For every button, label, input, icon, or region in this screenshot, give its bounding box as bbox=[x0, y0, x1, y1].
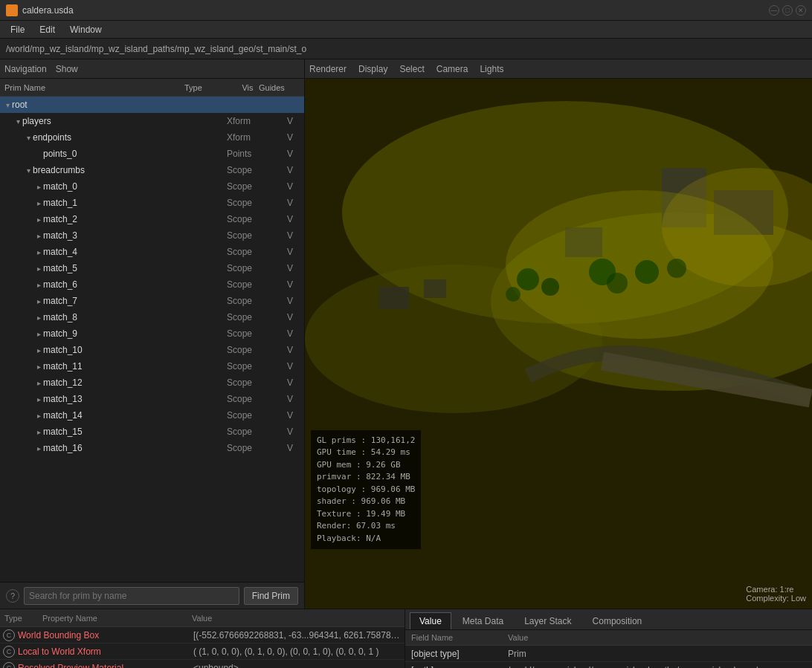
tree-arrow[interactable]: ▸ bbox=[34, 428, 43, 436]
tree-row[interactable]: ▸match_6ScopeV bbox=[0, 276, 304, 293]
tree-row[interactable]: ▸match_12ScopeV bbox=[0, 374, 304, 391]
tree-node-vis: V bbox=[279, 149, 301, 159]
menu-file[interactable]: File bbox=[3, 23, 32, 36]
tree-node-type: Scope bbox=[227, 377, 279, 388]
tree-node-name: match_16 bbox=[43, 443, 227, 453]
nav-show[interactable]: Show bbox=[56, 64, 78, 74]
meta-tab-value[interactable]: Value bbox=[410, 612, 451, 629]
tree-row[interactable]: ▸match_7ScopeV bbox=[0, 293, 304, 309]
maximize-button[interactable]: □ bbox=[782, 5, 793, 16]
tree-row[interactable]: ▸match_16ScopeV bbox=[0, 440, 304, 456]
tree-row[interactable]: ▸match_3ScopeV bbox=[0, 227, 304, 244]
tree-arrow[interactable]: ▸ bbox=[34, 297, 43, 305]
tree-row[interactable]: ▸match_15ScopeV bbox=[0, 424, 304, 440]
tree-row[interactable]: points_0PointsV bbox=[0, 146, 304, 162]
tree-row[interactable]: ▸match_1ScopeV bbox=[0, 195, 304, 211]
tree-node-name: players bbox=[22, 116, 227, 126]
tree-arrow[interactable]: ▸ bbox=[34, 363, 43, 371]
tree-row[interactable]: ▾playersXformV bbox=[0, 113, 304, 129]
tree-node-type: Points bbox=[227, 149, 279, 159]
tree-arrow[interactable]: ▸ bbox=[34, 183, 43, 191]
tree-node-type: Scope bbox=[227, 165, 279, 175]
window-controls: — □ ✕ bbox=[769, 5, 806, 16]
prop-icon: C bbox=[3, 646, 15, 658]
tree-arrow[interactable]: ▸ bbox=[34, 248, 43, 256]
viewport-scene: GL prims : 130,161,2 GPU time : 54.29 ms… bbox=[305, 79, 812, 609]
tree-node-vis: V bbox=[279, 132, 301, 143]
viewport-camera: Camera: 1:re Complexity: Low bbox=[746, 585, 806, 603]
tree-node-vis: V bbox=[279, 279, 301, 290]
nav-navigation[interactable]: Navigation bbox=[4, 64, 47, 74]
tree-arrow[interactable]: ▾ bbox=[24, 166, 33, 175]
tree-row[interactable]: ▸match_13ScopeV bbox=[0, 391, 304, 407]
tree-node-type: Scope bbox=[227, 427, 279, 437]
meta-tab-meta-data[interactable]: Meta Data bbox=[453, 612, 513, 629]
stat-gpu-time: GPU time : 54.29 ms bbox=[317, 447, 415, 459]
close-button[interactable]: ✕ bbox=[796, 5, 806, 16]
tree-arrow[interactable]: ▸ bbox=[34, 232, 43, 240]
meta-tab-layer-stack[interactable]: Layer Stack bbox=[515, 612, 581, 629]
tree-node-type: Scope bbox=[227, 312, 279, 322]
meta-tabs: ValueMeta DataLayer StackComposition bbox=[405, 609, 812, 630]
col-vis: Vis bbox=[236, 83, 259, 92]
tree-arrow[interactable]: ▸ bbox=[34, 330, 43, 338]
properties-panel: Type Property Name Value CWorld Bounding… bbox=[0, 609, 405, 668]
metadata-panel: ValueMeta DataLayer StackComposition Fie… bbox=[405, 609, 812, 668]
prim-search-input[interactable] bbox=[24, 587, 239, 605]
meta-row[interactable]: [path]/world/mp_wz_island/mp_wz_island_p… bbox=[405, 662, 812, 668]
tree-node-name: breadcrumbs bbox=[33, 165, 227, 175]
tree-row[interactable]: ▸match_5ScopeV bbox=[0, 260, 304, 276]
renderer-menu[interactable]: Renderer bbox=[309, 64, 347, 74]
tree-arrow[interactable]: ▸ bbox=[34, 346, 43, 354]
tree-node-name: endpoints bbox=[33, 132, 227, 143]
tree-arrow[interactable]: ▾ bbox=[13, 117, 22, 126]
tree-row[interactable]: ▸match_4ScopeV bbox=[0, 244, 304, 260]
tree-node-type: Scope bbox=[227, 263, 279, 273]
meta-col-value: Value bbox=[502, 630, 812, 645]
tree-row[interactable]: ▾root bbox=[0, 97, 304, 113]
tree-row[interactable]: ▸match_14ScopeV bbox=[0, 407, 304, 424]
menu-edit[interactable]: Edit bbox=[32, 23, 62, 36]
tree-row[interactable]: ▸match_8ScopeV bbox=[0, 309, 304, 325]
tree-arrow[interactable]: ▾ bbox=[3, 101, 12, 109]
minimize-button[interactable]: — bbox=[769, 5, 779, 16]
tree-arrow[interactable]: ▸ bbox=[34, 395, 43, 403]
renderer-toolbar: Renderer Display Select Camera Lights bbox=[305, 59, 812, 79]
tree-row[interactable]: ▾endpointsXformV bbox=[0, 129, 304, 146]
menu-window[interactable]: Window bbox=[62, 23, 109, 36]
tree-arrow[interactable]: ▸ bbox=[34, 281, 43, 289]
tree-node-vis: V bbox=[279, 394, 301, 404]
lights-menu[interactable]: Lights bbox=[480, 64, 503, 74]
tree-arrow[interactable]: ▸ bbox=[34, 215, 43, 224]
tree-row[interactable]: ▸match_10ScopeV bbox=[0, 342, 304, 358]
meta-field-name: [object type] bbox=[405, 647, 502, 661]
prop-row[interactable]: CLocal to World Xform( (1, 0, 0, 0), (0,… bbox=[0, 643, 405, 660]
find-prim-button[interactable]: Find Prim bbox=[244, 587, 298, 605]
tree-arrow[interactable]: ▾ bbox=[24, 134, 33, 142]
meta-row[interactable]: [object type]Prim bbox=[405, 646, 812, 662]
tree-node-vis: V bbox=[279, 328, 301, 339]
tree-row[interactable]: ▾breadcrumbsScopeV bbox=[0, 162, 304, 178]
tree-arrow[interactable]: ▸ bbox=[34, 412, 43, 420]
prop-row[interactable]: CWorld Bounding Box[(-552.6766692268831,… bbox=[0, 627, 405, 643]
3d-viewport[interactable]: GL prims : 130,161,2 GPU time : 54.29 ms… bbox=[305, 79, 812, 609]
tree-arrow[interactable]: ▸ bbox=[34, 379, 43, 387]
camera-menu[interactable]: Camera bbox=[436, 64, 468, 74]
tree-arrow[interactable]: ▸ bbox=[34, 265, 43, 273]
select-menu[interactable]: Select bbox=[399, 64, 424, 74]
meta-tab-composition[interactable]: Composition bbox=[583, 612, 652, 629]
tree-arrow[interactable]: ▸ bbox=[34, 314, 43, 322]
meta-table[interactable]: Field Name Value [object type]Prim[path]… bbox=[405, 630, 812, 668]
tree-row[interactable]: ▸match_11ScopeV bbox=[0, 358, 304, 374]
display-menu[interactable]: Display bbox=[358, 64, 387, 74]
props-rows[interactable]: CWorld Bounding Box[(-552.6766692268831,… bbox=[0, 627, 405, 668]
tree-row[interactable]: ▸match_0ScopeV bbox=[0, 178, 304, 195]
tree-arrow[interactable]: ▸ bbox=[34, 444, 43, 453]
tree-area[interactable]: ▾root▾playersXformV▾endpointsXformVpoint… bbox=[0, 97, 304, 582]
tree-arrow[interactable]: ▸ bbox=[34, 199, 43, 207]
path-bar: /world/mp_wz_island/mp_wz_island_paths/m… bbox=[0, 39, 812, 59]
tree-row[interactable]: ▸match_2ScopeV bbox=[0, 211, 304, 227]
prop-row[interactable]: CResolved Preview Material<unbound> bbox=[0, 660, 405, 668]
tree-row[interactable]: ▸match_9ScopeV bbox=[0, 325, 304, 342]
prim-help-button[interactable]: ? bbox=[6, 589, 19, 603]
